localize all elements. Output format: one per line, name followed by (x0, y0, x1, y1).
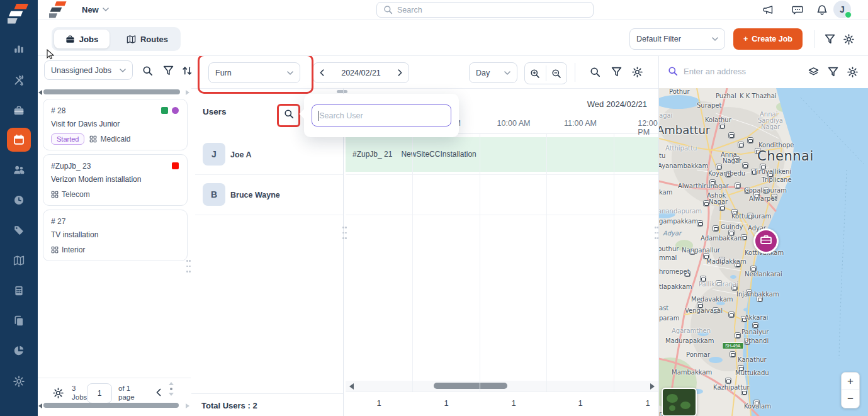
job-map-marker[interactable] (735, 183, 741, 189)
scroll-left-arrow[interactable] (38, 90, 42, 95)
job-map-marker[interactable] (752, 322, 758, 329)
job-map-marker[interactable] (730, 351, 736, 357)
user-row-divider (195, 215, 343, 215)
scrollbar-thumb[interactable] (43, 403, 179, 408)
create-job-button[interactable]: + Create Job (733, 28, 803, 50)
workspace-switcher[interactable]: New (82, 5, 99, 14)
job-map-marker[interactable] (716, 164, 722, 170)
job-list-filter-select[interactable]: Unassigned Jobs (44, 60, 133, 80)
map-zoom-out-button[interactable]: − (842, 390, 859, 407)
chevron-down-icon (120, 69, 126, 72)
panel-resize-handle[interactable] (186, 260, 191, 275)
selected-job-map-marker[interactable] (753, 228, 779, 254)
map-zoom-in-button[interactable]: + (842, 373, 859, 390)
stepper-down-arrow[interactable] (169, 393, 174, 396)
stepper-up-arrow[interactable] (169, 382, 174, 385)
search-user-input[interactable]: Search User (312, 104, 451, 126)
user-name[interactable]: Joe A (230, 150, 252, 159)
pagination-gear-icon[interactable] (53, 388, 64, 398)
user-search-highlight[interactable] (277, 104, 300, 127)
job-map-marker[interactable] (728, 132, 735, 138)
job-map-marker[interactable] (719, 205, 725, 211)
satellite-view-toggle[interactable] (662, 388, 697, 416)
settings-gear-icon[interactable] (843, 34, 854, 45)
job-map-marker[interactable] (728, 312, 735, 318)
job-map-marker[interactable] (725, 378, 731, 384)
job-map-marker[interactable] (747, 137, 753, 143)
prev-day-icon[interactable] (320, 69, 324, 76)
user-search-icon[interactable] (284, 109, 294, 119)
sidebar-item-timesheets[interactable] (13, 194, 25, 206)
scrollbar-thumb[interactable] (434, 383, 507, 389)
sidebar-item-settings[interactable] (13, 376, 25, 387)
timeline-zoom-out-button[interactable] (546, 63, 567, 84)
tab-jobs[interactable]: Jobs (54, 30, 110, 48)
status-badge: Started (51, 133, 84, 145)
job-search-icon[interactable] (142, 65, 153, 76)
workspace-logo-icon[interactable] (49, 1, 68, 18)
jobs-top-scrollbar[interactable] (38, 89, 191, 95)
user-name[interactable]: Bruce Wayne (230, 191, 280, 200)
global-search-input[interactable]: Search (376, 2, 594, 18)
sidebar-item-analytics[interactable] (13, 43, 25, 54)
page-number-input[interactable]: 1 (87, 383, 112, 403)
scheduler-settings-icon[interactable] (632, 67, 643, 77)
sidebar-item-map[interactable] (13, 255, 25, 266)
app-logo-icon[interactable] (8, 4, 30, 24)
timeline-bottom-scrollbar[interactable] (346, 381, 658, 391)
job-filter-icon[interactable] (163, 65, 174, 76)
map-place-label: Pothur (669, 88, 690, 95)
zuper-dispatch-app: New Search J Jobs Routes Default Filter (0, 0, 868, 416)
job-card[interactable]: # 27 TV installation Interior (43, 210, 188, 261)
map-settings-icon[interactable] (847, 67, 858, 77)
chat-icon[interactable] (792, 4, 803, 16)
sidebar-item-dispatch-board[interactable] (7, 128, 31, 152)
timeline-scroll-handle[interactable] (337, 90, 347, 93)
scroll-left-arrow[interactable] (349, 383, 354, 390)
sidebar-item-documents[interactable] (13, 315, 25, 327)
sidebar-item-tags[interactable] (13, 225, 25, 236)
job-card[interactable]: # 28 Visit for Davis Junior Started Medi… (43, 99, 188, 150)
address-search-input[interactable]: Enter an address (668, 66, 746, 76)
scrollbar-thumb[interactable] (43, 89, 180, 94)
user-avatar[interactable]: J (203, 143, 225, 166)
sidebar-item-invoices[interactable] (13, 285, 25, 296)
job-map-marker[interactable] (735, 332, 741, 339)
timeline-zoom-in-button[interactable] (525, 63, 546, 84)
date-value[interactable]: 2024/02/21 (341, 69, 381, 77)
scheduled-job-block[interactable]: #ZupJb_ 21NewSiteCCInstallation (346, 137, 658, 172)
job-card[interactable]: #ZupJb_ 23 Verizon Modem installation Te… (43, 154, 188, 206)
jobs-bottom-scrollbar[interactable] (38, 402, 191, 408)
sidebar-item-users[interactable] (13, 164, 25, 176)
map-canvas[interactable]: SH-49A + − PothurPuzhalK K ThazhaiSurape… (659, 88, 868, 416)
calendar-icon (13, 134, 25, 145)
map-layers-icon[interactable] (808, 67, 819, 77)
job-map-marker[interactable] (738, 142, 744, 148)
user-avatar[interactable]: B (203, 183, 225, 206)
next-day-icon[interactable] (398, 69, 402, 76)
filter-icon[interactable] (825, 34, 835, 45)
users-resize-handle[interactable] (342, 227, 347, 242)
scroll-left-arrow[interactable] (38, 403, 42, 408)
scroll-right-arrow[interactable] (186, 90, 189, 95)
view-mode-select[interactable]: Day (469, 62, 517, 83)
map-filter-icon[interactable] (828, 67, 838, 77)
default-filter-select[interactable]: Default Filter (629, 28, 725, 50)
tab-routes[interactable]: Routes (117, 30, 178, 48)
scheduler-filter-icon[interactable] (611, 67, 622, 77)
scroll-right-arrow[interactable] (650, 383, 655, 390)
map-place-label: Mambakkam (672, 369, 712, 376)
job-map-marker[interactable] (742, 162, 748, 169)
bell-icon[interactable] (816, 4, 828, 16)
sidebar-item-tools[interactable] (13, 75, 25, 86)
job-map-marker[interactable] (713, 225, 719, 232)
job-map-marker[interactable] (719, 123, 725, 129)
collapse-panel-icon[interactable] (156, 388, 161, 396)
avatar[interactable]: J (833, 1, 851, 18)
scheduler-search-icon[interactable] (590, 67, 600, 77)
megaphone-icon[interactable] (763, 4, 774, 16)
scroll-right-arrow[interactable] (186, 403, 189, 408)
grid-line (412, 134, 413, 391)
sidebar-item-jobs[interactable] (13, 105, 25, 116)
sidebar-item-reports[interactable] (13, 345, 25, 356)
